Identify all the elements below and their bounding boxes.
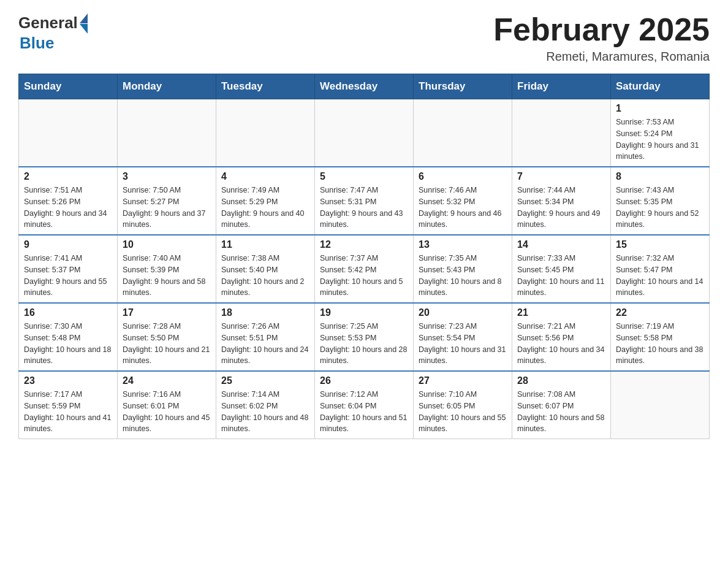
day-info: Sunrise: 7:16 AM Sunset: 6:01 PM Dayligh… bbox=[123, 389, 211, 435]
calendar-day-cell: 12Sunrise: 7:37 AM Sunset: 5:42 PM Dayli… bbox=[315, 235, 414, 303]
day-number: 7 bbox=[517, 171, 605, 182]
day-info: Sunrise: 7:21 AM Sunset: 5:56 PM Dayligh… bbox=[517, 321, 605, 367]
calendar-day-cell: 28Sunrise: 7:08 AM Sunset: 6:07 PM Dayli… bbox=[512, 371, 611, 439]
day-of-week-header: Monday bbox=[118, 74, 216, 99]
day-number: 22 bbox=[616, 307, 704, 318]
calendar-day-cell bbox=[118, 99, 216, 167]
calendar-table: SundayMondayTuesdayWednesdayThursdayFrid… bbox=[18, 74, 710, 439]
calendar-day-cell: 19Sunrise: 7:25 AM Sunset: 5:53 PM Dayli… bbox=[315, 303, 414, 371]
calendar-day-cell: 27Sunrise: 7:10 AM Sunset: 6:05 PM Dayli… bbox=[414, 371, 512, 439]
day-of-week-header: Sunday bbox=[19, 74, 118, 99]
calendar-day-cell: 26Sunrise: 7:12 AM Sunset: 6:04 PM Dayli… bbox=[315, 371, 414, 439]
day-number: 18 bbox=[221, 307, 309, 318]
day-of-week-header: Thursday bbox=[414, 74, 512, 99]
day-number: 20 bbox=[419, 307, 507, 318]
day-info: Sunrise: 7:40 AM Sunset: 5:39 PM Dayligh… bbox=[123, 253, 211, 299]
day-number: 9 bbox=[24, 239, 112, 250]
day-info: Sunrise: 7:14 AM Sunset: 6:02 PM Dayligh… bbox=[221, 389, 309, 435]
calendar-day-cell bbox=[19, 99, 118, 167]
day-number: 4 bbox=[221, 171, 309, 182]
calendar-day-cell: 22Sunrise: 7:19 AM Sunset: 5:58 PM Dayli… bbox=[611, 303, 710, 371]
day-info: Sunrise: 7:12 AM Sunset: 6:04 PM Dayligh… bbox=[320, 389, 408, 435]
calendar-day-cell: 10Sunrise: 7:40 AM Sunset: 5:39 PM Dayli… bbox=[118, 235, 216, 303]
calendar-day-cell: 15Sunrise: 7:32 AM Sunset: 5:47 PM Dayli… bbox=[611, 235, 710, 303]
day-info: Sunrise: 7:50 AM Sunset: 5:27 PM Dayligh… bbox=[123, 185, 211, 231]
day-number: 15 bbox=[616, 239, 704, 250]
calendar-week-row: 16Sunrise: 7:30 AM Sunset: 5:48 PM Dayli… bbox=[19, 303, 710, 371]
calendar-day-cell: 3Sunrise: 7:50 AM Sunset: 5:27 PM Daylig… bbox=[118, 167, 216, 235]
day-info: Sunrise: 7:32 AM Sunset: 5:47 PM Dayligh… bbox=[616, 253, 704, 299]
day-number: 26 bbox=[320, 375, 408, 386]
day-info: Sunrise: 7:51 AM Sunset: 5:26 PM Dayligh… bbox=[24, 185, 112, 231]
calendar-day-cell: 25Sunrise: 7:14 AM Sunset: 6:02 PM Dayli… bbox=[216, 371, 315, 439]
logo-blue-text: Blue bbox=[20, 34, 54, 53]
calendar-day-cell bbox=[512, 99, 611, 167]
day-info: Sunrise: 7:17 AM Sunset: 5:59 PM Dayligh… bbox=[24, 389, 112, 435]
calendar-day-cell: 24Sunrise: 7:16 AM Sunset: 6:01 PM Dayli… bbox=[118, 371, 216, 439]
day-number: 3 bbox=[123, 171, 211, 182]
month-title: February 2025 bbox=[493, 12, 710, 47]
calendar-week-row: 9Sunrise: 7:41 AM Sunset: 5:37 PM Daylig… bbox=[19, 235, 710, 303]
location-text: Remeti, Maramures, Romania bbox=[493, 50, 710, 64]
calendar-day-cell bbox=[315, 99, 414, 167]
day-info: Sunrise: 7:19 AM Sunset: 5:58 PM Dayligh… bbox=[616, 321, 704, 367]
calendar-day-cell: 17Sunrise: 7:28 AM Sunset: 5:50 PM Dayli… bbox=[118, 303, 216, 371]
day-number: 13 bbox=[419, 239, 507, 250]
logo: General Blue bbox=[18, 12, 88, 53]
day-info: Sunrise: 7:10 AM Sunset: 6:05 PM Dayligh… bbox=[419, 389, 507, 435]
calendar-day-cell: 5Sunrise: 7:47 AM Sunset: 5:31 PM Daylig… bbox=[315, 167, 414, 235]
day-number: 25 bbox=[221, 375, 309, 386]
day-info: Sunrise: 7:53 AM Sunset: 5:24 PM Dayligh… bbox=[616, 117, 704, 163]
calendar-day-cell: 14Sunrise: 7:33 AM Sunset: 5:45 PM Dayli… bbox=[512, 235, 611, 303]
day-info: Sunrise: 7:30 AM Sunset: 5:48 PM Dayligh… bbox=[24, 321, 112, 367]
day-info: Sunrise: 7:46 AM Sunset: 5:32 PM Dayligh… bbox=[419, 185, 507, 231]
day-info: Sunrise: 7:47 AM Sunset: 5:31 PM Dayligh… bbox=[320, 185, 408, 231]
calendar-day-cell: 4Sunrise: 7:49 AM Sunset: 5:29 PM Daylig… bbox=[216, 167, 315, 235]
day-info: Sunrise: 7:44 AM Sunset: 5:34 PM Dayligh… bbox=[517, 185, 605, 231]
calendar-day-cell: 7Sunrise: 7:44 AM Sunset: 5:34 PM Daylig… bbox=[512, 167, 611, 235]
day-info: Sunrise: 7:37 AM Sunset: 5:42 PM Dayligh… bbox=[320, 253, 408, 299]
calendar-day-cell: 6Sunrise: 7:46 AM Sunset: 5:32 PM Daylig… bbox=[414, 167, 512, 235]
day-number: 10 bbox=[123, 239, 211, 250]
page-header: General Blue February 2025 Remeti, Maram… bbox=[18, 12, 710, 64]
calendar-week-row: 1Sunrise: 7:53 AM Sunset: 5:24 PM Daylig… bbox=[19, 99, 710, 167]
calendar-day-cell: 8Sunrise: 7:43 AM Sunset: 5:35 PM Daylig… bbox=[611, 167, 710, 235]
day-of-week-header: Tuesday bbox=[216, 74, 315, 99]
day-number: 6 bbox=[419, 171, 507, 182]
calendar-day-cell: 11Sunrise: 7:38 AM Sunset: 5:40 PM Dayli… bbox=[216, 235, 315, 303]
day-info: Sunrise: 7:33 AM Sunset: 5:45 PM Dayligh… bbox=[517, 253, 605, 299]
calendar-week-row: 2Sunrise: 7:51 AM Sunset: 5:26 PM Daylig… bbox=[19, 167, 710, 235]
calendar-day-cell: 18Sunrise: 7:26 AM Sunset: 5:51 PM Dayli… bbox=[216, 303, 315, 371]
calendar-day-cell: 23Sunrise: 7:17 AM Sunset: 5:59 PM Dayli… bbox=[19, 371, 118, 439]
day-info: Sunrise: 7:35 AM Sunset: 5:43 PM Dayligh… bbox=[419, 253, 507, 299]
calendar-header-row: SundayMondayTuesdayWednesdayThursdayFrid… bbox=[19, 74, 710, 99]
day-number: 27 bbox=[419, 375, 507, 386]
day-number: 14 bbox=[517, 239, 605, 250]
day-info: Sunrise: 7:28 AM Sunset: 5:50 PM Dayligh… bbox=[123, 321, 211, 367]
day-number: 8 bbox=[616, 171, 704, 182]
day-info: Sunrise: 7:26 AM Sunset: 5:51 PM Dayligh… bbox=[221, 321, 309, 367]
day-info: Sunrise: 7:41 AM Sunset: 5:37 PM Dayligh… bbox=[24, 253, 112, 299]
calendar-day-cell: 9Sunrise: 7:41 AM Sunset: 5:37 PM Daylig… bbox=[19, 235, 118, 303]
day-number: 12 bbox=[320, 239, 408, 250]
day-number: 28 bbox=[517, 375, 605, 386]
calendar-day-cell bbox=[611, 371, 710, 439]
day-info: Sunrise: 7:43 AM Sunset: 5:35 PM Dayligh… bbox=[616, 185, 704, 231]
calendar-day-cell: 13Sunrise: 7:35 AM Sunset: 5:43 PM Dayli… bbox=[414, 235, 512, 303]
day-of-week-header: Wednesday bbox=[315, 74, 414, 99]
day-number: 16 bbox=[24, 307, 112, 318]
day-info: Sunrise: 7:25 AM Sunset: 5:53 PM Dayligh… bbox=[320, 321, 408, 367]
day-number: 1 bbox=[616, 103, 704, 114]
day-info: Sunrise: 7:23 AM Sunset: 5:54 PM Dayligh… bbox=[419, 321, 507, 367]
day-number: 21 bbox=[517, 307, 605, 318]
day-number: 19 bbox=[320, 307, 408, 318]
day-of-week-header: Saturday bbox=[611, 74, 710, 99]
day-info: Sunrise: 7:49 AM Sunset: 5:29 PM Dayligh… bbox=[221, 185, 309, 231]
day-number: 24 bbox=[123, 375, 211, 386]
day-info: Sunrise: 7:08 AM Sunset: 6:07 PM Dayligh… bbox=[517, 389, 605, 435]
day-of-week-header: Friday bbox=[512, 74, 611, 99]
day-number: 2 bbox=[24, 171, 112, 182]
day-number: 23 bbox=[24, 375, 112, 386]
calendar-day-cell bbox=[216, 99, 315, 167]
logo-general-text: General bbox=[18, 13, 78, 33]
